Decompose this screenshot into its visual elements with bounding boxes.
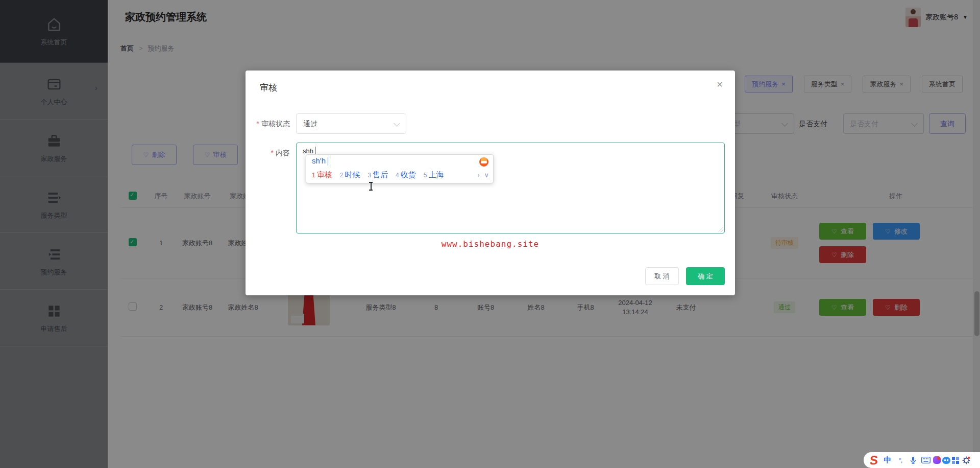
microphone-icon[interactable]: [908, 454, 919, 466]
chevron-down-icon: [394, 120, 400, 127]
punctuation-icon[interactable]: °,: [895, 454, 906, 466]
watermark-text: www.bishebang.site: [246, 239, 735, 249]
candidate-text: 上海: [428, 170, 444, 180]
candidate-text: 售后: [373, 170, 388, 180]
candidate-text: 时候: [345, 170, 360, 180]
ai-assistant-icon[interactable]: [942, 457, 950, 464]
candidate-number: 3: [368, 172, 371, 179]
ime-candidate[interactable]: 5上海: [424, 170, 444, 180]
skin-app-icon[interactable]: [933, 456, 941, 464]
required-mark: *: [271, 149, 274, 157]
confirm-button[interactable]: 确 定: [686, 267, 725, 285]
ime-expand-icon[interactable]: ∨: [484, 171, 489, 179]
keyboard-icon[interactable]: [920, 454, 932, 466]
text-caret: [315, 147, 315, 155]
textarea-value: shh: [303, 147, 313, 155]
ime-candidates: 1审核 2时候 3售后 4收货 5上海 › ∨: [312, 168, 489, 181]
sogou-logo-icon[interactable]: S: [867, 453, 881, 467]
toolbox-grid-icon[interactable]: [952, 457, 959, 464]
select-value: 通过: [303, 114, 317, 133]
candidate-text: 审核: [317, 170, 332, 180]
candidate-number: 1: [312, 172, 315, 179]
settings-gear-icon[interactable]: [961, 454, 972, 466]
ime-caret: [328, 157, 328, 166]
ime-candidate[interactable]: 1审核: [312, 170, 332, 180]
audit-status-select[interactable]: 通过: [296, 113, 406, 134]
ime-candidate[interactable]: 3售后: [368, 170, 388, 180]
ime-candidate[interactable]: 2时候: [340, 170, 360, 180]
close-icon[interactable]: ×: [717, 79, 723, 90]
modal-title: 审核: [260, 82, 277, 93]
ime-composition: sh'h: [312, 156, 326, 165]
candidate-text: 收货: [401, 170, 416, 180]
candidate-number: 4: [396, 172, 399, 179]
language-mode-icon[interactable]: 中: [882, 454, 893, 466]
ime-taskbar: S 中 °,: [864, 452, 980, 468]
resize-handle[interactable]: [718, 227, 723, 232]
label-text: 内容: [276, 149, 290, 157]
candidate-number: 5: [424, 172, 427, 179]
label-text: 审核状态: [261, 120, 290, 128]
ime-next-page-icon[interactable]: ›: [477, 171, 479, 179]
cancel-button[interactable]: 取 消: [645, 267, 679, 285]
text-cursor: [369, 182, 373, 191]
content-field-label: *内容: [229, 143, 290, 163]
ime-paging: › ∨: [477, 171, 489, 179]
status-field-label: *审核状态: [229, 113, 290, 134]
required-mark: *: [257, 120, 259, 128]
ime-candidate[interactable]: 4收货: [396, 170, 416, 180]
sogou-emoji-icon[interactable]: [479, 157, 488, 167]
candidate-number: 2: [340, 172, 344, 179]
ime-popup: sh'h 1审核 2时候 3售后 4收货 5上海 › ∨: [306, 154, 494, 183]
page: 系统首页 个人中心 › 家政服务 服务类型 预约服务 申请售后 家政预约管理系统…: [0, 0, 980, 468]
